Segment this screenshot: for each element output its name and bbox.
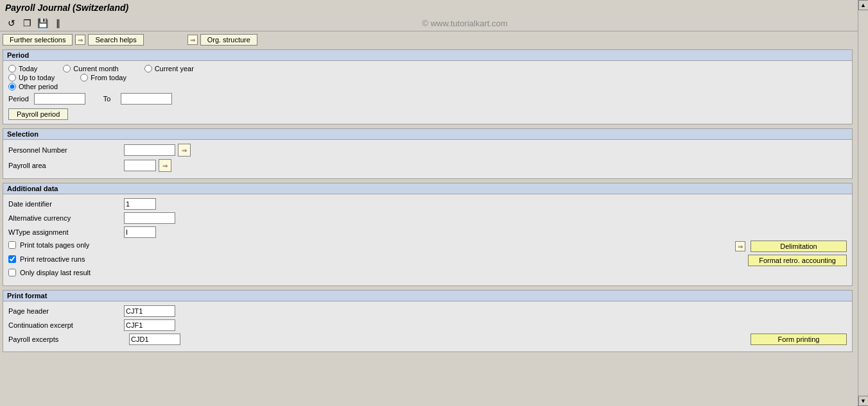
- period-from-today-label[interactable]: From today: [80, 74, 126, 81]
- period-section-header: Period: [3, 50, 852, 61]
- period-to-input[interactable]: [121, 93, 172, 105]
- payroll-excerpts-label: Payroll excerpts: [8, 335, 124, 343]
- period-other-label[interactable]: Other period: [8, 83, 58, 90]
- print-format-body: Page header Continuation excerpt Payroll…: [3, 301, 852, 351]
- scrollbar[interactable]: ▲ ▼: [858, 0, 868, 406]
- print-format-section: Print format Page header Continuation ex…: [3, 290, 853, 352]
- continuation-excerpt-row: Continuation excerpt: [8, 319, 847, 331]
- wtype-label: WType assignment: [8, 228, 124, 236]
- format-retro-button[interactable]: Format retro. accounting: [748, 255, 847, 266]
- period-current-month-radio[interactable]: [63, 65, 71, 72]
- button-bar: Further selections ⇒ Search helps ⇒ Org.…: [3, 34, 853, 46]
- print-retro-row: Print retroactive runs Format retro. acc…: [8, 255, 847, 266]
- further-selections-button[interactable]: Further selections: [3, 34, 73, 46]
- payroll-area-input[interactable]: [124, 160, 156, 171]
- additional-data-header: Additional data: [3, 183, 852, 194]
- search-helps-button[interactable]: Search helps: [88, 34, 143, 46]
- period-radio-row-1: Today Current month Current year: [8, 65, 847, 72]
- period-today-radio[interactable]: [8, 65, 16, 72]
- org-structure-button[interactable]: Org. structure: [200, 34, 257, 46]
- period-current-year-label[interactable]: Current year: [144, 65, 194, 72]
- alt-currency-row: Alternative currency: [8, 212, 847, 224]
- wtype-row: WType assignment: [8, 226, 847, 238]
- payroll-period-btn-container: Payroll period: [8, 105, 847, 120]
- additional-data-section: Additional data Date identifier Alternat…: [3, 183, 853, 286]
- personnel-number-row: Personnel Number ⇒: [8, 144, 847, 156]
- print-totals-label[interactable]: Print totals pages only: [8, 241, 89, 249]
- period-other-radio[interactable]: [8, 83, 16, 90]
- date-identifier-row: Date identifier: [8, 198, 847, 210]
- title-bar: Payroll Journal (Switzerland): [0, 0, 868, 15]
- payroll-excerpts-input[interactable]: [129, 334, 180, 345]
- period-up-to-today-label[interactable]: Up to today: [8, 74, 55, 81]
- period-from-label: Period: [8, 95, 29, 103]
- only-last-checkbox[interactable]: [8, 269, 16, 276]
- print-icon[interactable]: ‖: [51, 17, 64, 30]
- print-retro-label[interactable]: Print retroactive runs: [8, 255, 85, 263]
- period-radio-row-3: Other period: [8, 83, 847, 90]
- payroll-area-label: Payroll area: [8, 162, 124, 169]
- selection-section-body: Personnel Number ⇒ Payroll area ⇒: [3, 140, 852, 178]
- additional-data-body: Date identifier Alternative currency WTy…: [3, 194, 852, 285]
- delimitation-button[interactable]: Delimitation: [751, 241, 847, 252]
- selection-section-header: Selection: [3, 129, 852, 140]
- org-structure-arrow-icon: ⇒: [187, 35, 198, 45]
- period-from-today-radio[interactable]: [80, 74, 88, 81]
- form-printing-button[interactable]: Form printing: [751, 334, 847, 345]
- print-totals-checkbox[interactable]: [8, 241, 16, 249]
- print-totals-row: Print totals pages only ⇒ Delimitation: [8, 241, 847, 252]
- period-today-label[interactable]: Today: [8, 65, 37, 72]
- selection-section: Selection Personnel Number ⇒ Payroll are…: [3, 128, 853, 179]
- period-current-year-radio[interactable]: [144, 65, 152, 72]
- period-section-body: Today Current month Current year Up to t…: [3, 61, 852, 124]
- print-retro-checkbox[interactable]: [8, 255, 16, 263]
- copy-icon[interactable]: ❐: [21, 17, 33, 30]
- payroll-excerpts-row: Payroll excerpts Form printing: [8, 334, 847, 345]
- payroll-area-select-btn[interactable]: ⇒: [159, 159, 171, 172]
- personnel-number-select-btn[interactable]: ⇒: [178, 144, 191, 156]
- app-title: Payroll Journal (Switzerland): [5, 3, 128, 13]
- period-radio-row-2: Up to today From today: [8, 74, 847, 81]
- period-current-month-label[interactable]: Current month: [63, 65, 118, 72]
- continuation-excerpt-label: Continuation excerpt: [8, 321, 124, 329]
- toolbar: ↺ ❐ 💾 ‖ © www.tutorialkart.com: [0, 15, 868, 31]
- save-icon[interactable]: 💾: [36, 17, 49, 30]
- date-identifier-input[interactable]: [124, 198, 156, 210]
- back-icon[interactable]: ↺: [5, 17, 18, 30]
- scroll-down-btn[interactable]: ▼: [858, 396, 869, 406]
- period-section: Period Today Current month Current year: [3, 49, 853, 124]
- alt-currency-input[interactable]: [124, 212, 175, 224]
- payroll-area-row: Payroll area ⇒: [8, 159, 847, 172]
- page-header-input[interactable]: [124, 305, 175, 317]
- main-content: Further selections ⇒ Search helps ⇒ Org.…: [0, 31, 858, 402]
- alt-currency-label: Alternative currency: [8, 214, 124, 222]
- delimitation-arrow-icon: ⇒: [735, 241, 745, 251]
- period-up-to-today-radio[interactable]: [8, 74, 16, 81]
- only-last-row: Only display last result: [8, 269, 847, 279]
- print-format-header: Print format: [3, 291, 852, 301]
- only-last-label[interactable]: Only display last result: [8, 269, 91, 276]
- date-identifier-label: Date identifier: [8, 200, 124, 208]
- search-helps-arrow-icon: ⇒: [75, 35, 85, 45]
- scroll-up-btn[interactable]: ▲: [858, 0, 869, 10]
- period-to-label: To: [103, 95, 111, 103]
- payroll-period-button[interactable]: Payroll period: [8, 108, 68, 120]
- page-header-label: Page header: [8, 307, 124, 315]
- period-from-input[interactable]: [34, 93, 85, 105]
- page-header-row: Page header: [8, 305, 847, 317]
- watermark: © www.tutorialkart.com: [67, 19, 863, 28]
- personnel-number-input[interactable]: [124, 144, 175, 156]
- wtype-input[interactable]: [124, 226, 156, 238]
- personnel-number-label: Personnel Number: [8, 146, 124, 154]
- period-input-row: Period To: [8, 93, 847, 105]
- continuation-excerpt-input[interactable]: [124, 319, 175, 331]
